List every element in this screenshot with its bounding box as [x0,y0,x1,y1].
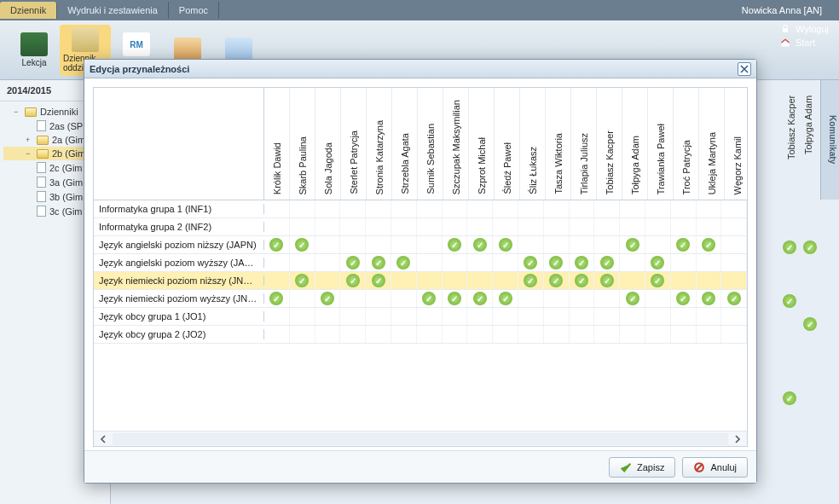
grid-cell[interactable] [721,200,747,217]
grid-cell[interactable] [443,272,468,289]
grid-cell[interactable] [264,326,290,343]
grid-cell[interactable] [671,200,697,217]
grid-cell[interactable] [467,254,493,271]
grid-cell[interactable] [417,254,443,271]
grid-cell[interactable] [443,326,468,343]
grid-cell[interactable] [467,326,493,343]
grid-col-header[interactable]: Tirlapia Juliusz [571,88,597,200]
ribbon-lekcja[interactable]: Lekcja [9,32,60,67]
grid-cell[interactable] [391,254,417,271]
grid-cell[interactable] [671,308,697,325]
grid-cell[interactable] [570,326,595,343]
grid-cell[interactable] [264,200,290,217]
grid-cell[interactable] [315,272,341,289]
grid-cell[interactable] [544,200,570,217]
grid-cell[interactable] [721,272,747,289]
grid-cell[interactable] [366,326,391,343]
grid-cell[interactable] [493,308,518,325]
grid-cell[interactable] [443,308,468,325]
grid-cell[interactable] [467,308,493,325]
grid-cell[interactable] [417,236,443,253]
grid-cell[interactable] [493,272,518,289]
grid-cell[interactable] [721,308,747,325]
grid-cell[interactable] [366,272,391,289]
save-button[interactable]: Zapisz [609,457,675,478]
toggle-icon[interactable]: − [26,149,33,158]
grid-cell[interactable] [620,308,645,325]
grid-col-header[interactable]: Królik Dawid [264,88,290,200]
grid-col-header[interactable]: Śliz Łukasz [520,88,546,200]
grid-cell[interactable] [697,254,722,271]
grid-cell[interactable] [467,272,493,289]
grid-cell[interactable] [594,254,620,271]
grid-cell[interactable] [570,272,595,289]
grid-cell[interactable] [315,236,341,253]
grid-cell[interactable] [264,254,290,271]
grid-cell[interactable] [570,254,595,271]
grid-cell[interactable] [721,290,747,307]
grid-cell[interactable] [620,290,645,307]
grid-cell[interactable] [518,272,544,289]
grid-cell[interactable] [264,218,290,235]
grid-cell[interactable] [721,236,747,253]
grid-cell[interactable] [544,272,570,289]
grid-cell[interactable] [518,200,544,217]
grid-col-header[interactable]: Szprot Michał [469,88,495,200]
grid-col-header[interactable]: Tobiasz Kacper [597,88,622,200]
grid-cell[interactable] [620,254,645,271]
close-button[interactable] [738,62,751,76]
grid-cell[interactable] [290,290,315,307]
grid-cell[interactable] [443,290,468,307]
grid-col-header[interactable]: Skarb Paulina [290,88,315,200]
grid-cell[interactable] [315,326,341,343]
grid-cell[interactable] [391,236,417,253]
grid-cell[interactable] [645,308,671,325]
grid-cell[interactable] [493,254,518,271]
grid-cell[interactable] [417,218,443,235]
grid-cell[interactable] [570,236,595,253]
grid-cell[interactable] [366,236,391,253]
grid-cell[interactable] [391,200,417,217]
grid-cell[interactable] [366,308,391,325]
toggle-icon[interactable]: + [26,136,33,144]
grid-cell[interactable] [544,236,570,253]
grid-cell[interactable] [443,200,468,217]
grid-cell[interactable] [315,254,341,271]
grid-cell[interactable] [594,308,620,325]
grid-cell[interactable] [570,200,595,217]
grid-cell[interactable] [645,218,671,235]
grid-cell[interactable] [721,218,747,235]
grid-col-header[interactable]: Strzebla Agata [392,88,418,200]
grid-cell[interactable] [366,254,391,271]
grid-cell[interactable] [518,236,544,253]
grid-cell[interactable] [544,326,570,343]
grid-cell[interactable] [697,272,722,289]
grid-cell[interactable] [518,326,544,343]
grid-cell[interactable] [620,272,645,289]
grid-cell[interactable] [594,290,620,307]
grid-cell[interactable] [570,290,595,307]
komunikaty-tab[interactable]: Komunikaty [820,80,839,200]
grid-cell[interactable] [264,308,290,325]
grid-cell[interactable] [417,290,443,307]
grid-cell[interactable] [721,326,747,343]
grid-cell[interactable] [391,290,417,307]
grid-cell[interactable] [493,236,518,253]
grid-cell[interactable] [594,236,620,253]
grid-cell[interactable] [340,308,366,325]
grid-cell[interactable] [493,200,518,217]
grid-cell[interactable] [620,236,645,253]
grid-cell[interactable] [290,308,315,325]
grid-col-header[interactable]: Sumik Sebastian [418,88,443,200]
grid-cell[interactable] [518,254,544,271]
grid-cell[interactable] [443,236,468,253]
grid-cell[interactable] [493,326,518,343]
grid-col-header[interactable]: Troć Patrycja [674,88,699,200]
grid-cell[interactable] [340,326,366,343]
grid-cell[interactable] [645,200,671,217]
grid-cell[interactable] [518,308,544,325]
grid-cell[interactable] [645,236,671,253]
grid-cell[interactable] [671,236,697,253]
grid-cell[interactable] [645,290,671,307]
scroll-track[interactable] [113,433,728,445]
